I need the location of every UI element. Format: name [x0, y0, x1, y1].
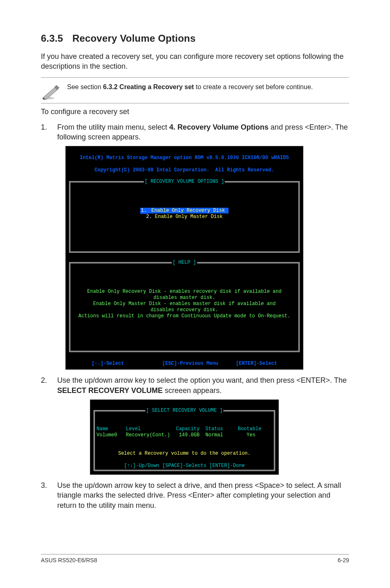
step-2-bold: SELECT RECOVERY VOLUME — [57, 386, 163, 395]
after-note-text: To configure a recovery set — [41, 107, 349, 117]
bios1-bottom-bar: [↑↓]-Select [ESC]-Previous Menu [ENTER]-… — [68, 360, 300, 368]
help-line5: Actions will result in change from Conti… — [78, 313, 290, 319]
bios1-title-line1: Intel(R) Matrix Storage Manager option R… — [68, 155, 300, 161]
bios2-hdr-status: Status — [205, 426, 223, 432]
page-footer: ASUS RS520-E6/RS8 6-29 — [41, 554, 349, 563]
bios1-opt1-label[interactable]: Enable Only Recovery Disk — [148, 208, 229, 213]
note-post: to create a recovery set before continue… — [194, 83, 313, 90]
step-3-body: Use the up/down arrow key to select a dr… — [57, 480, 349, 510]
step-1-bold: 4. Recovery Volume Options — [169, 123, 269, 131]
step-2-pre: Use the up/down arrow key to select the … — [57, 376, 347, 384]
bios2-hdr-cap: Capacity — [176, 426, 199, 432]
bios2-row-name[interactable]: Volume0 — [96, 432, 117, 438]
bios1-opt2-num[interactable]: 2. — [146, 214, 152, 220]
section-number: 6.3.5 — [41, 33, 69, 44]
step-3-number: 3. — [41, 480, 57, 510]
section-heading: 6.3.5 Recovery Volume Options — [41, 33, 349, 44]
bios2-hdr-boot: Bootable — [238, 426, 262, 432]
bios2-row-cap: 149.0GB — [179, 432, 199, 438]
note-pre: See section — [67, 83, 103, 90]
bios-screenshot-2: [ SELECT RECOVERY VOLUME ] Name Level Ca… — [90, 399, 279, 475]
footer-right: 6-29 — [338, 557, 349, 563]
footer-left: ASUS RS520-E6/RS8 — [41, 557, 97, 563]
step-3: 3. Use the up/down arrow key to select a… — [41, 480, 349, 510]
intro-paragraph: If you have created a recovery set, you … — [41, 52, 349, 72]
step-2-body: Use the up/down arrow key to select the … — [57, 375, 349, 395]
help-line2: disables master disk. — [153, 295, 215, 301]
note-text: See section 6.3.2 Creating a Recovery se… — [65, 80, 313, 93]
step-2-number: 2. — [41, 375, 57, 395]
bios2-message: Select a Recovery volume to do the opera… — [96, 451, 272, 457]
note-bold: 6.3.2 Creating a Recovery set — [103, 83, 194, 90]
help-line3: Enable Only Master Disk - enables master… — [93, 301, 276, 307]
bios1-help-title: [ HELP ] — [172, 260, 197, 266]
bios2-row-status: Normal — [206, 432, 223, 438]
step-1-number: 1. — [41, 122, 57, 142]
step-1-body: From the utility main menu, select 4. Re… — [57, 122, 349, 142]
step-1: 1. From the utility main menu, select 4.… — [41, 122, 349, 142]
bios-screenshot-1: Intel(R) Matrix Storage Manager option R… — [65, 146, 303, 370]
bios2-row-level: Recovery(Cont.) — [126, 432, 170, 438]
step-2: 2. Use the up/down arrow key to select t… — [41, 375, 349, 395]
bios2-row-boot: Yes — [247, 432, 256, 438]
bios1-opt2-label[interactable]: Enable Only Master Disk — [152, 214, 223, 220]
bios2-hdr-level: Level — [126, 426, 141, 432]
bios2-hdr-name: Name — [96, 426, 108, 432]
step-2-post: screeen appears. — [163, 386, 222, 395]
bios1-title-line2: Copyright(C) 2003-08 Intel Corporation. … — [68, 167, 300, 173]
help-line4: disables recovery disk. — [150, 307, 218, 313]
step-1-pre: From the utility main menu, select — [57, 123, 169, 131]
pencil-icon — [41, 80, 65, 101]
bios1-opt1-num[interactable]: 1. — [140, 208, 148, 214]
help-line1: Enable Only Recovery Disk - enables reco… — [87, 289, 281, 294]
bios2-box-title: [ SELECT RECOVERY VOLUME ] — [145, 408, 223, 414]
note-block: See section 6.3.2 Creating a Recovery se… — [41, 77, 349, 103]
section-title-text: Recovery Volume Options — [72, 33, 196, 44]
bios1-box-title: [ RECOVERY VOLUME OPTIONS ] — [144, 179, 225, 185]
bios2-bottom-bar: [↑↓]-Up/Down [SPACE]-Selects [ENTER]-Don… — [96, 463, 272, 469]
